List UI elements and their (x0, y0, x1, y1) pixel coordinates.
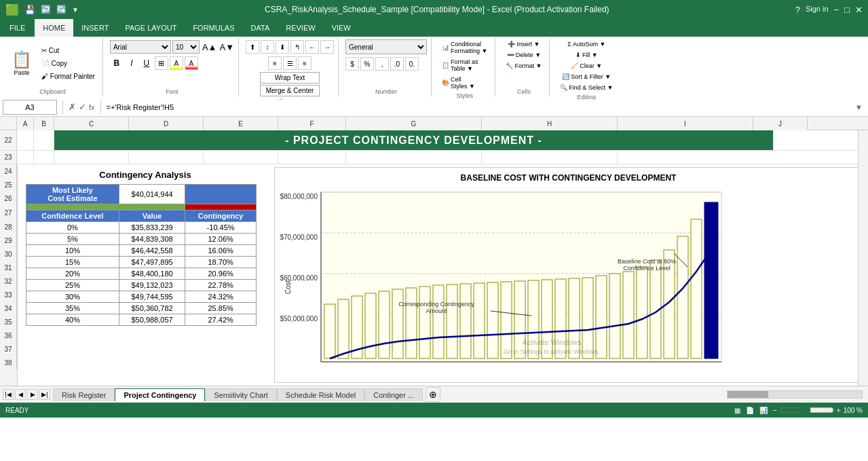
sheet-tab-risk-register[interactable]: Risk Register (53, 388, 115, 401)
cell-f23[interactable] (278, 151, 346, 164)
table-row-20pct[interactable]: 20% $48,400,180 20.96% (26, 268, 257, 280)
fill-button[interactable]: ⬇ Fill ▼ (572, 50, 601, 60)
tab-first-button[interactable]: |◀ (3, 389, 14, 400)
tab-insert[interactable]: INSERT (73, 19, 117, 37)
cell-b23[interactable] (34, 151, 54, 164)
clear-button[interactable]: 🧹 Clear ▼ (567, 61, 605, 71)
col-header-g[interactable]: G (346, 117, 482, 130)
align-bottom-button[interactable]: ⬇ (276, 40, 289, 54)
tab-next-button[interactable]: ▶ (27, 389, 38, 400)
cell-styles-button[interactable]: 🎨 CellStyles ▼ (438, 75, 478, 91)
formula-expand-button[interactable]: ▼ (852, 103, 865, 111)
table-row-30pct[interactable]: 30% $49,744,595 24.32% (26, 291, 257, 303)
col-header-e[interactable]: E (204, 117, 278, 130)
copy-button[interactable]: 📄 Copy (38, 58, 98, 69)
conditional-formatting-button[interactable]: 📊 ConditionalFormatting ▼ (438, 39, 491, 56)
decrease-font-size-button[interactable]: A▼ (219, 42, 234, 52)
tab-last-button[interactable]: ▶| (39, 389, 50, 400)
increase-font-size-button[interactable]: A▲ (202, 42, 217, 52)
horizontal-scroll-thumb[interactable] (728, 391, 768, 398)
italic-button[interactable]: I (125, 56, 138, 70)
cell-h23[interactable] (482, 151, 618, 164)
table-row-5pct[interactable]: 5% $44,839,308 12.06% (26, 234, 257, 245)
minimize-button[interactable]: − (834, 5, 839, 15)
cell-project-header[interactable]: - PROJECT CONTINGENCY DEVELOPMENT - (54, 130, 774, 150)
table-row-10pct[interactable]: 10% $46,442,558 16.06% (26, 245, 257, 257)
delete-cells-button[interactable]: ➖ Delete ▼ (504, 50, 544, 60)
cell-reference-box[interactable] (3, 100, 57, 115)
add-sheet-button[interactable]: ⊕ (426, 387, 440, 402)
view-layout-button[interactable]: 📄 (746, 407, 754, 414)
tab-page-layout[interactable]: PAGE LAYOUT (117, 19, 185, 37)
confirm-formula-button[interactable]: ✓ (79, 102, 86, 112)
align-middle-button[interactable]: ↕ (261, 40, 274, 54)
table-row-0pct[interactable]: 0% $35,833,239 -10.45% (26, 222, 257, 234)
indent-increase-button[interactable]: → (320, 40, 334, 54)
quick-access-save[interactable]: 💾 (24, 5, 35, 15)
format-painter-button[interactable]: 🖌 Format Painter (38, 71, 98, 82)
maximize-button[interactable]: □ (844, 5, 850, 15)
comma-format-button[interactable]: , (375, 57, 389, 71)
col-header-a[interactable]: A (17, 117, 34, 130)
cell-g23[interactable] (346, 151, 482, 164)
indent-decrease-button[interactable]: ← (305, 40, 319, 54)
view-normal-button[interactable]: ▦ (734, 407, 740, 414)
tab-data[interactable]: DATA (243, 19, 278, 37)
tab-file[interactable]: FILE (0, 19, 35, 37)
view-preview-button[interactable]: 📊 (759, 407, 768, 414)
bold-button[interactable]: B (110, 56, 124, 70)
merge-center-button[interactable]: Merge & Center (260, 85, 320, 96)
zoom-slider[interactable] (780, 407, 834, 413)
accounting-format-button[interactable]: $ (345, 57, 359, 71)
text-direction-button[interactable]: ↰ (290, 40, 304, 54)
decrease-decimal-button[interactable]: 0. (405, 57, 419, 71)
cut-button[interactable]: ✂ Cut (38, 45, 98, 56)
table-row-25pct[interactable]: 25% $49,132,023 22.78% (26, 280, 257, 291)
table-row-15pct[interactable]: 15% $47,497,895 18.70% (26, 257, 257, 268)
cell-b22[interactable] (34, 130, 54, 150)
col-header-i[interactable]: I (618, 117, 753, 130)
find-select-button[interactable]: 🔍 Find & Select ▼ (556, 83, 616, 92)
vertical-scrollbar[interactable] (858, 130, 868, 386)
quick-access-redo[interactable]: ↪️ (56, 5, 67, 14)
insert-cells-button[interactable]: ➕ Insert ▼ (504, 39, 543, 49)
help-button[interactable]: ? (795, 5, 800, 15)
quick-access-more[interactable]: ▼ (72, 6, 79, 14)
number-format-select[interactable]: General (345, 39, 427, 54)
align-center-button[interactable]: ☰ (283, 56, 297, 70)
font-color-button[interactable]: A (185, 56, 198, 70)
cell-a22[interactable] (17, 130, 34, 150)
align-top-button[interactable]: ⬆ (246, 40, 259, 54)
insert-function-button[interactable]: fx (89, 103, 95, 111)
paste-button[interactable]: 📋 Paste (7, 39, 37, 87)
tab-formulas[interactable]: FORMULAS (185, 19, 242, 37)
col-header-j[interactable]: J (753, 117, 808, 130)
table-row-40pct[interactable]: 40% $50,988,057 27.42% (26, 314, 257, 326)
cell-c23[interactable] (54, 151, 129, 164)
format-as-table-button[interactable]: 📋 Format asTable ▼ (438, 57, 482, 73)
tab-review[interactable]: REVIEW (278, 19, 323, 37)
cell-e23[interactable] (204, 151, 278, 164)
align-right-button[interactable]: ≡ (298, 56, 312, 70)
sheet-tab-sensitivity-chart[interactable]: Sensitivity Chart (205, 388, 276, 401)
sheet-tab-schedule-risk-model[interactable]: Schedule Risk Model (277, 388, 364, 401)
font-size-select[interactable]: 10 (172, 40, 200, 54)
sort-filter-button[interactable]: 🔃 Sort & Filter ▼ (559, 72, 614, 81)
col-header-h[interactable]: H (482, 117, 618, 130)
increase-decimal-button[interactable]: .0 (390, 57, 404, 71)
table-row-35pct[interactable]: 35% $50,360,782 25.85% (26, 303, 257, 314)
col-header-c[interactable]: C (54, 117, 129, 130)
tab-home[interactable]: HOME (35, 19, 73, 37)
col-header-d[interactable]: D (129, 117, 204, 130)
tab-view[interactable]: VIEW (324, 19, 359, 37)
font-name-select[interactable]: Arial (110, 40, 171, 54)
zoom-in-button[interactable]: + (837, 407, 841, 414)
align-left-button[interactable]: ≡ (268, 56, 282, 70)
col-header-b[interactable]: B (34, 117, 54, 130)
underline-button[interactable]: U (140, 56, 153, 70)
close-button[interactable]: ✕ (855, 5, 863, 15)
horizontal-scroll-track[interactable] (727, 390, 863, 399)
percent-format-button[interactable]: % (360, 57, 374, 71)
sheet-tab-project-contingency[interactable]: Project Contingency (115, 388, 205, 401)
wrap-text-button[interactable]: Wrap Text (260, 72, 320, 84)
